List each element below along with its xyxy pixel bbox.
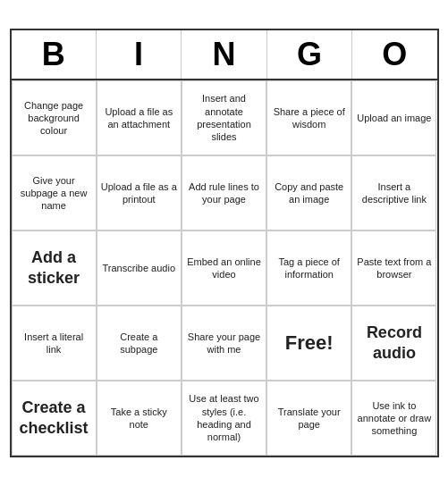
bingo-cell-11: Transcribe audio xyxy=(97,230,182,306)
bingo-cell-24: Use ink to annotate or draw something xyxy=(351,381,436,456)
bingo-cell-13: Tag a piece of information xyxy=(266,230,351,306)
bingo-cell-22: Use at least two styles (i.e. heading an… xyxy=(182,381,266,456)
bingo-cell-0: Change page background colour xyxy=(12,80,97,155)
bingo-cell-9: Insert a descriptive link xyxy=(351,155,436,230)
bingo-cell-20: Create a checklist xyxy=(12,381,97,456)
bingo-cell-21: Take a sticky note xyxy=(97,381,182,456)
bingo-cell-17: Share your page with me xyxy=(182,306,266,381)
bingo-cell-19: Record audio xyxy=(351,306,436,381)
bingo-letter-i: I xyxy=(97,30,182,79)
bingo-cell-23: Translate your page xyxy=(266,381,351,456)
bingo-cell-12: Embed an online video xyxy=(182,230,266,306)
bingo-cell-4: Upload an image xyxy=(351,80,436,155)
bingo-cell-3: Share a piece of wisdom xyxy=(266,80,351,155)
bingo-letter-n: N xyxy=(182,30,266,79)
bingo-cell-2: Insert and annotate presentation slides xyxy=(182,80,266,155)
bingo-grid: Change page background colourUpload a fi… xyxy=(12,80,437,456)
bingo-cell-18: Free! xyxy=(266,306,351,381)
bingo-card: BINGO Change page background colourUploa… xyxy=(10,29,439,457)
bingo-header: BINGO xyxy=(12,30,437,80)
bingo-cell-1: Upload a file as an attachment xyxy=(97,80,182,155)
bingo-cell-16: Create a subpage xyxy=(97,306,182,381)
bingo-cell-5: Give your subpage a new name xyxy=(12,155,97,230)
bingo-cell-14: Paste text from a browser xyxy=(351,230,436,306)
bingo-letter-b: B xyxy=(12,30,97,79)
bingo-letter-g: G xyxy=(267,30,352,79)
bingo-cell-7: Add rule lines to your page xyxy=(182,155,266,230)
bingo-cell-6: Upload a file as a printout xyxy=(97,155,182,230)
bingo-cell-10: Add a sticker xyxy=(12,230,97,306)
bingo-cell-15: Insert a literal link xyxy=(12,306,97,381)
bingo-letter-o: O xyxy=(352,30,436,79)
bingo-cell-8: Copy and paste an image xyxy=(266,155,351,230)
